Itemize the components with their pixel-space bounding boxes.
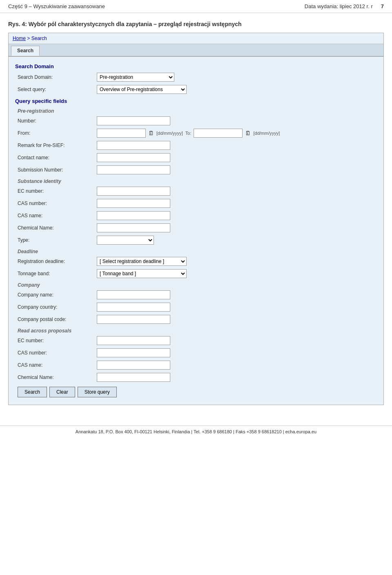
ec-number-row: EC number: [15,185,377,197]
search-domain-header: Search Domain [15,61,377,71]
footer-text: Annankatu 18, P.O. Box 400, FI-00121 Hel… [76,429,316,434]
to-date-format: [dd/mm/yyyy] [253,131,280,136]
from-calendar-icon[interactable]: 🗓 [147,129,155,137]
from-row: From: 🗓 [dd/mm/yyyy] To: 🗓 [dd/mm/yyyy] [15,127,377,139]
rap-chemical-name-label: Chemical Name: [15,374,97,380]
from-label: From: [15,130,97,136]
breadcrumb-home[interactable]: Home [13,36,26,41]
company-country-input[interactable] [97,303,170,312]
type-select[interactable] [97,236,154,245]
company-postal-control [97,315,377,324]
page-number: 7 [381,3,384,9]
company-country-control [97,303,377,312]
title-section: Rys. 4: Wybór pól charakterystycznych dl… [0,13,392,33]
from-date-input[interactable] [97,129,146,138]
substance-identity-subsection: Substance identity [15,176,377,185]
select-query-select[interactable]: Overview of Pre-registrations [97,85,187,94]
from-date-format: [dd/mm/yyyy] [156,131,183,136]
contact-control [97,153,377,162]
to-calendar-icon[interactable]: 🗓 [244,129,252,137]
breadcrumb-current: Search [31,36,47,41]
domain-label: Search Domain: [15,74,97,80]
number-control [97,116,377,125]
button-row: Search Clear Store query [15,383,377,401]
query-control: Overview of Pre-registrations [97,85,377,94]
cas-name-input[interactable] [97,211,170,220]
from-control: 🗓 [dd/mm/yyyy] To: 🗓 [dd/mm/yyyy] [97,129,377,138]
remark-row: Remark for Pre-SIEF: [15,139,377,152]
to-date-input[interactable] [194,129,243,138]
query-label: Select query: [15,87,97,92]
read-across-subsection: Read across proposals [15,325,377,334]
page-title: Rys. 4: Wybór pól charakterystycznych dl… [8,20,384,29]
chemical-name-row: Chemical Name: [15,222,377,234]
rap-cas-name-input[interactable] [97,361,170,370]
tonnage-band-select[interactable]: [ Tonnage band ] [97,269,187,278]
rap-cas-name-row: CAS name: [15,359,377,371]
company-country-label: Company country: [15,304,97,310]
rap-cas-number-input[interactable] [97,348,170,357]
company-postal-input[interactable] [97,315,170,324]
rap-cas-name-label: CAS name: [15,362,97,368]
company-postal-label: Company postal code: [15,316,97,322]
rap-chemical-name-control [97,373,377,382]
remark-input[interactable] [97,141,170,150]
company-name-input[interactable] [97,290,170,299]
rap-cas-number-control [97,348,377,357]
tab-bar: Search [9,44,383,57]
cas-number-row: CAS number: [15,197,377,209]
search-domain-select[interactable]: Pre-registration [97,73,174,82]
search-tab[interactable]: Search [11,46,40,56]
chemical-name-label: Chemical Name: [15,225,97,231]
cas-number-control [97,199,377,208]
submission-input[interactable] [97,165,170,174]
registration-deadline-control: [ Select registration deadline ] [97,257,377,266]
breadcrumb: Home > Search [9,33,383,44]
type-control [97,236,377,245]
company-country-row: Company country: [15,301,377,313]
type-row: Type: [15,234,377,246]
company-subsection: Company [15,280,377,289]
chemical-name-input[interactable] [97,223,170,232]
rap-ec-number-row: EC number: [15,334,377,347]
page-footer: Annankatu 18, P.O. Box 400, FI-00121 Hel… [0,426,392,437]
number-row: Number: [15,115,377,127]
rap-cas-number-row: CAS number: [15,347,377,359]
chapter-title: Część 9 – Wyszukiwanie zaawansowane [8,3,105,9]
breadcrumb-separator: > [26,36,31,41]
remark-control [97,141,377,150]
submission-label: Submission Number: [15,167,97,173]
remark-label: Remark for Pre-SIEF: [15,143,97,148]
registration-deadline-select[interactable]: [ Select registration deadline ] [97,257,187,266]
main-content: Home > Search Search Search Domain Searc… [0,33,392,413]
contact-input[interactable] [97,153,170,162]
clear-button[interactable]: Clear [49,387,75,397]
to-separator: To: [185,131,192,136]
search-button[interactable]: Search [18,387,47,397]
rap-chemical-name-input[interactable] [97,373,170,382]
cas-name-row: CAS name: [15,209,377,222]
query-row: Select query: Overview of Pre-registrati… [15,83,377,96]
publish-date: Data wydania: lipiec 2012 r. r [305,3,373,9]
rap-ec-number-label: EC number: [15,338,97,343]
ec-number-control [97,187,377,196]
company-postal-row: Company postal code: [15,313,377,325]
form-body: Search Domain Search Domain: Pre-registr… [9,57,383,405]
ec-number-input[interactable] [97,187,170,196]
deadline-subsection: Deadline [15,246,377,255]
cas-name-label: CAS name: [15,213,97,218]
cas-number-input[interactable] [97,199,170,208]
pre-registration-subsection: Pre-registration [15,106,377,115]
contact-row: Contact name: [15,152,377,164]
tonnage-band-row: Tonnage band: [ Tonnage band ] [15,267,377,280]
submission-control [97,165,377,174]
number-input[interactable] [97,116,170,125]
store-query-button[interactable]: Store query [78,387,117,397]
rap-cas-number-label: CAS number: [15,350,97,356]
chemical-name-control [97,223,377,232]
registration-deadline-label: Registration deadline: [15,259,97,264]
rap-ec-number-input[interactable] [97,336,170,345]
tonnage-band-control: [ Tonnage band ] [97,269,377,278]
rap-ec-number-control [97,336,377,345]
domain-row: Search Domain: Pre-registration [15,71,377,83]
